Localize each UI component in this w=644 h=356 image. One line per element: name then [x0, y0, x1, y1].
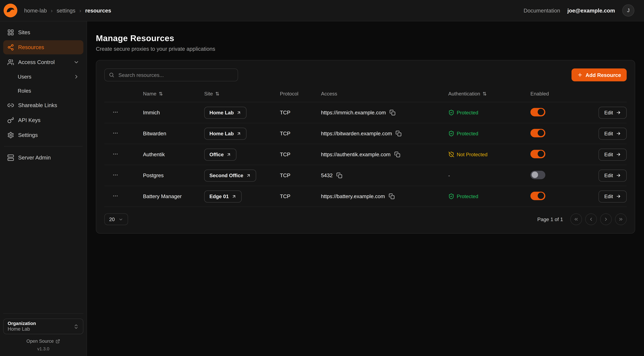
resources-table: Name ⇅ Site ⇅ Protocol Access — [104, 86, 627, 207]
page-indicator: Page 1 of 1 — [537, 216, 563, 222]
row-menu-button[interactable] — [110, 190, 120, 201]
sidebar-item-access-control[interactable]: Access Control — [3, 55, 83, 69]
sidebar: Sites Resources Access Control Users Rol… — [0, 21, 87, 356]
page-subtitle: Create secure proxies to your private ap… — [96, 46, 635, 52]
edit-label: Edit — [604, 131, 613, 136]
row-menu-button[interactable] — [110, 148, 120, 159]
site-link-button[interactable]: Home Lab — [204, 128, 246, 140]
enabled-cell — [530, 170, 584, 180]
sidebar-item-api-keys[interactable]: API Keys — [3, 113, 83, 127]
sidebar-item-label: Server Admin — [18, 155, 51, 161]
sidebar-item-settings[interactable]: Settings — [3, 128, 83, 142]
previous-page-button[interactable] — [585, 214, 597, 225]
documentation-link[interactable]: Documentation — [524, 8, 560, 14]
table-header-name[interactable]: Name ⇅ — [143, 91, 204, 96]
org-picker[interactable]: Organization Home Lab — [3, 318, 83, 334]
user-avatar[interactable]: J — [622, 4, 634, 16]
edit-button[interactable]: Edit — [598, 106, 627, 119]
row-menu-cell — [104, 190, 143, 202]
edit-label: Edit — [604, 110, 613, 116]
enabled-cell — [530, 192, 584, 201]
site-link-button[interactable]: Second Office — [204, 170, 256, 182]
server-icon — [7, 154, 14, 161]
row-menu-button[interactable] — [110, 170, 120, 180]
auth-status: Protected — [457, 194, 478, 199]
table-header: Name ⇅ Site ⇅ Protocol Access — [104, 86, 627, 102]
site-cell: Office — [204, 148, 280, 160]
search-box — [104, 68, 238, 81]
protocol-cell: TCP — [280, 110, 321, 116]
sidebar-nav: Sites Resources Access Control Users Rol… — [3, 25, 83, 165]
edit-button[interactable]: Edit — [598, 128, 627, 140]
resource-protocol: TCP — [280, 172, 290, 178]
table-row: Battery ManagerEdge 01TCPhttps://battery… — [104, 186, 627, 207]
chevron-down-icon — [118, 217, 123, 222]
enabled-toggle[interactable] — [530, 108, 545, 116]
resource-name: Postgres — [143, 172, 164, 178]
resources-card: Add Resource Name ⇅ Site ⇅ — [96, 60, 635, 234]
table-header-site[interactable]: Site ⇅ — [204, 91, 280, 96]
breadcrumb-item-settings[interactable]: settings — [57, 8, 76, 14]
search-icon — [109, 72, 114, 78]
breadcrumb-item-org[interactable]: home-lab — [24, 8, 47, 14]
site-link-button[interactable]: Home Lab — [204, 106, 246, 119]
enabled-cell — [530, 129, 584, 138]
enabled-toggle[interactable] — [530, 170, 545, 179]
edit-button[interactable]: Edit — [598, 148, 627, 160]
link-icon — [7, 102, 14, 109]
app-logo[interactable] — [3, 3, 18, 18]
resources-icon — [7, 44, 14, 51]
resource-protocol: TCP — [280, 152, 290, 158]
sidebar-item-resources[interactable]: Resources — [3, 40, 83, 54]
topbar: home-lab › settings › resources Document… — [0, 0, 644, 21]
toggle-knob — [538, 109, 544, 115]
row-menu-button[interactable] — [110, 128, 120, 138]
edit-button[interactable]: Edit — [598, 190, 627, 202]
copy-button[interactable] — [396, 130, 402, 137]
shield-check-icon — [448, 130, 454, 136]
table-header-access: Access — [321, 91, 448, 96]
copy-button[interactable] — [394, 151, 400, 158]
page-title: Manage Resources — [96, 34, 635, 43]
last-page-button[interactable] — [615, 214, 627, 225]
page-size-select[interactable]: 20 — [104, 214, 128, 225]
copy-button[interactable] — [388, 193, 395, 200]
arrow-right-icon — [616, 152, 621, 157]
site-link-button[interactable]: Office — [204, 148, 236, 160]
table-row: PostgresSecond OfficeTCP5432-Edit — [104, 165, 627, 186]
enabled-toggle[interactable] — [530, 150, 545, 158]
site-link-button[interactable]: Edge 01 — [204, 190, 242, 202]
table-header-authentication[interactable]: Authentication ⇅ — [448, 91, 530, 96]
row-menu-button[interactable] — [110, 107, 120, 117]
copy-button[interactable] — [336, 172, 343, 179]
sidebar-item-sites[interactable]: Sites — [3, 25, 83, 40]
table-header-protocol: Protocol — [280, 91, 321, 96]
resource-access: https://bitwarden.example.com — [321, 130, 392, 136]
sidebar-item-label: Sites — [18, 30, 30, 36]
edit-button[interactable]: Edit — [598, 170, 627, 182]
arrow-right-icon — [616, 110, 621, 115]
open-source-link[interactable]: Open Source — [26, 339, 60, 344]
enabled-toggle[interactable] — [530, 129, 545, 137]
edit-cell: Edit — [584, 170, 627, 182]
sites-icon — [7, 29, 14, 36]
add-resource-button[interactable]: Add Resource — [572, 68, 627, 81]
sidebar-item-users[interactable]: Users — [3, 70, 83, 83]
search-input[interactable] — [118, 72, 234, 78]
sidebar-item-server-admin[interactable]: Server Admin — [3, 150, 83, 165]
toggle-knob — [538, 192, 544, 199]
version-label: v1.3.0 — [37, 346, 50, 351]
resource-protocol: TCP — [280, 193, 290, 199]
resource-name: Bitwarden — [143, 130, 166, 136]
copy-button[interactable] — [390, 110, 396, 116]
protocol-cell: TCP — [280, 130, 321, 136]
sidebar-item-shareable-links[interactable]: Shareable Links — [3, 98, 83, 112]
enabled-toggle[interactable] — [530, 192, 545, 200]
first-page-button[interactable] — [570, 214, 582, 225]
next-page-button[interactable] — [600, 214, 612, 225]
sidebar-item-roles[interactable]: Roles — [3, 84, 83, 98]
chevrons-up-down-icon — [73, 324, 79, 329]
sort-icon: ⇅ — [215, 91, 219, 96]
user-email[interactable]: joe@example.com — [567, 8, 615, 14]
arrow-right-icon — [616, 131, 621, 136]
